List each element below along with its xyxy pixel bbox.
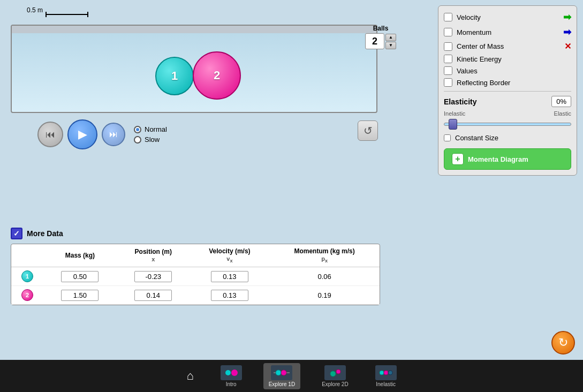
balls-label: Balls xyxy=(373,25,389,32)
velocity-checkbox[interactable] xyxy=(444,13,452,21)
elasticity-header: Elasticity 0% xyxy=(444,96,571,107)
ball2-mass-input[interactable] xyxy=(61,290,99,301)
speed-normal-label: Normal xyxy=(145,125,167,133)
ball1-momentum-value: 0.06 xyxy=(317,273,331,281)
svg-point-14 xyxy=(384,371,388,375)
constant-size-label: Constant Size xyxy=(455,134,498,142)
momentum-arrow-icon: ➡ xyxy=(563,26,571,38)
more-data-label: More Data xyxy=(27,229,63,238)
speed-slow-radio[interactable] xyxy=(134,136,141,144)
momentum-checkbox[interactable] xyxy=(444,28,452,36)
controls: ⏮ ▶ ⏭ Normal Slow xyxy=(37,119,167,149)
ball1-velocity-cell xyxy=(190,267,270,286)
ball2-velocity-cell xyxy=(190,286,270,305)
nav-home[interactable]: ⌂ xyxy=(181,367,199,385)
refresh-button[interactable]: ↻ xyxy=(551,331,575,355)
th-mass: Mass (kg) xyxy=(43,244,117,267)
ball1-mass-cell xyxy=(43,267,117,286)
kinetic-energy-checkbox[interactable] xyxy=(444,55,452,63)
ball1-position-input[interactable] xyxy=(134,271,172,282)
elasticity-slider-thumb[interactable] xyxy=(449,119,457,130)
speed-normal-radio[interactable] xyxy=(134,126,141,133)
elasticity-section: Elasticity 0% Inelastic Elastic Constant… xyxy=(444,91,571,142)
th-momentum: Momentum (kg m/s) px xyxy=(269,244,380,267)
nav-explore2d[interactable]: Explore 2D xyxy=(316,363,353,389)
momenta-plus-icon: + xyxy=(452,153,464,165)
center-of-mass-row: Center of Mass ✕ xyxy=(444,41,571,51)
ball2-momentum-value: 0.19 xyxy=(317,291,331,299)
nav-intro[interactable]: Intro xyxy=(215,363,247,389)
inelastic-label: Inelastic xyxy=(376,381,396,387)
reset-button[interactable]: ↺ xyxy=(358,120,378,141)
momentum-label: Momentum xyxy=(457,28,559,36)
svg-rect-0 xyxy=(12,26,377,33)
ball-2[interactable]: 2 xyxy=(193,51,241,100)
speed-slow-option[interactable]: Slow xyxy=(134,135,167,144)
ball2-indicator: 2 xyxy=(21,289,33,301)
ball2-position-input[interactable] xyxy=(134,290,172,301)
velocity-row: Velocity ➡ xyxy=(444,11,571,23)
home-icon: ⌂ xyxy=(186,369,193,383)
balls-value: 2 xyxy=(365,33,384,49)
values-checkbox[interactable] xyxy=(444,66,452,75)
elasticity-slider-container xyxy=(444,119,571,130)
center-of-mass-label: Center of Mass xyxy=(457,42,560,50)
ruler-label: 0.5 m xyxy=(27,6,43,14)
balls-down-btn[interactable]: ▼ xyxy=(385,42,396,49)
elasticity-slider-track xyxy=(444,123,571,126)
reflecting-border-checkbox[interactable] xyxy=(444,78,452,87)
explore2d-label: Explore 2D xyxy=(322,381,348,387)
right-panel: Velocity ➡ Momentum ➡ Center of Mass ✕ K… xyxy=(438,5,577,176)
momenta-diagram-label: Momenta Diagram xyxy=(468,155,528,163)
ball2-mass-cell xyxy=(43,286,117,305)
balls-up-btn[interactable]: ▲ xyxy=(385,34,396,41)
balls-arrows: ▲ ▼ xyxy=(385,34,396,49)
nav-inelastic[interactable]: Inelastic xyxy=(370,363,402,389)
velocity-arrow-icon: ➡ xyxy=(563,11,571,23)
ball1-momentum-cell: 0.06 xyxy=(269,267,380,286)
elasticity-title: Elasticity xyxy=(444,97,476,106)
inelastic-nav-icon xyxy=(375,365,397,380)
ball2-indicator-cell: 2 xyxy=(11,286,43,305)
kinetic-energy-row: Kinetic Energy xyxy=(444,55,571,63)
svg-point-3 xyxy=(225,370,231,375)
elasticity-labels: Inelastic Elastic xyxy=(444,110,571,117)
ruler-ticks: var s='';for(var i=0;i<=685;i+=5){var h=… xyxy=(12,26,377,33)
speed-normal-option[interactable]: Normal xyxy=(134,125,167,133)
explore2d-nav-icon xyxy=(324,365,346,380)
reflecting-border-row: Reflecting Border xyxy=(444,78,571,87)
more-data-checkbox[interactable]: ✓ xyxy=(11,228,22,239)
values-row: Values xyxy=(444,66,571,75)
kinetic-energy-label: Kinetic Energy xyxy=(457,55,571,63)
explore1d-nav-icon xyxy=(271,365,292,380)
ball1-mass-input[interactable] xyxy=(61,271,99,282)
nav-explore1d[interactable]: Explore 1D xyxy=(263,363,300,389)
ball1-position-cell xyxy=(117,267,190,286)
more-data-header: ✓ More Data xyxy=(11,228,396,239)
momenta-diagram-button[interactable]: + Momenta Diagram xyxy=(444,148,571,170)
ball-1[interactable]: 1 xyxy=(155,57,194,95)
speed-slow-label: Slow xyxy=(145,135,160,144)
rewind-button[interactable]: ⏮ xyxy=(37,122,63,147)
elasticity-value: 0% xyxy=(551,96,571,107)
ball1-velocity-input[interactable] xyxy=(211,271,248,282)
explore2d-svg xyxy=(324,365,346,380)
explore1d-svg xyxy=(271,365,292,380)
ball1-indicator: 1 xyxy=(21,270,33,282)
play-button[interactable]: ▶ xyxy=(67,119,97,149)
th-velocity: Velocity (m/s) vx xyxy=(190,244,270,267)
balls-control: 2 ▲ ▼ xyxy=(365,33,396,49)
center-of-mass-checkbox[interactable] xyxy=(444,42,452,51)
sim-area: 0.5 m var s='';for(var i=0;i<=685;i+=5){… xyxy=(11,5,396,149)
data-table: Mass (kg) Position (m) x Velocity (m/s) … xyxy=(11,244,380,305)
ball2-velocity-input[interactable] xyxy=(211,290,248,301)
explore1d-label: Explore 1D xyxy=(269,381,295,387)
svg-point-7 xyxy=(276,370,281,375)
intro-label: Intro xyxy=(226,381,237,387)
inelastic-label: Inelastic xyxy=(444,110,465,117)
step-button[interactable]: ⏭ xyxy=(102,123,125,146)
constant-size-row: Constant Size xyxy=(444,134,571,142)
svg-point-15 xyxy=(388,371,392,375)
svg-point-13 xyxy=(380,371,384,375)
constant-size-checkbox[interactable] xyxy=(444,134,451,141)
